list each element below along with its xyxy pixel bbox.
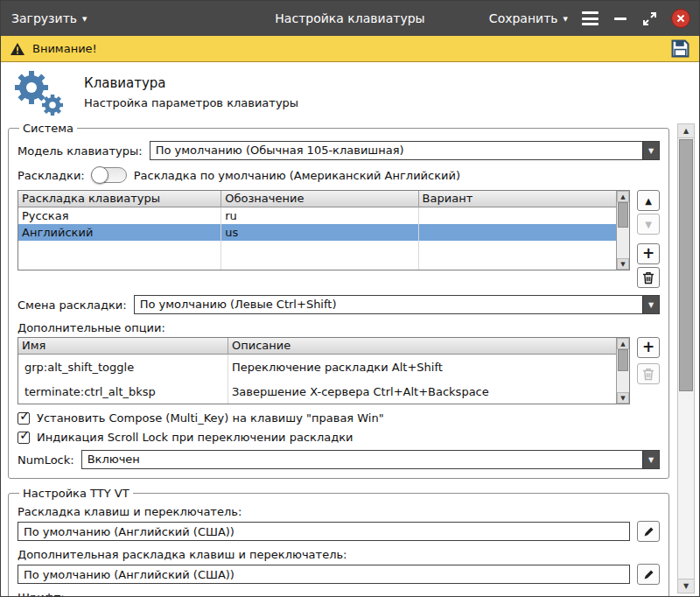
main-scrollbar[interactable]: ▲ ▼: [677, 123, 695, 593]
options-table-scrollbar[interactable]: ▲ ▼: [616, 338, 629, 404]
delete-option-button[interactable]: [637, 363, 660, 384]
quick-save-button[interactable]: [669, 39, 690, 60]
numlock-value: Включен: [82, 451, 642, 468]
save-menu-label: Сохранить: [489, 11, 558, 25]
scrolllock-checkbox-row[interactable]: ✓ Индикация Scroll Lock при переключении…: [18, 431, 660, 444]
check-icon: ✓: [19, 408, 31, 424]
menu-icon[interactable]: [582, 11, 599, 25]
numlock-label: NumLock:: [18, 453, 74, 467]
options-table-section: Имя Описание grp:alt_shift_toggle Перекл…: [18, 337, 660, 404]
save-icon: [671, 39, 690, 58]
chevron-down-icon: ▼: [642, 296, 659, 313]
add-layout-button[interactable]: +: [637, 243, 660, 264]
tty-font-label: Шрифт:: [18, 591, 660, 596]
scrollbar-track[interactable]: [617, 349, 629, 392]
toggle-knob: [91, 166, 108, 184]
minimize-button[interactable]: [613, 11, 627, 26]
app-window: Настройка клавиатуры Загрузить ▼ Сохрани…: [0, 0, 700, 597]
compose-checkbox-row[interactable]: ✓ Установить Compose (Multi_Key) на клав…: [18, 411, 660, 425]
table-row[interactable]: grp:alt_shift_toggle Переключение раскла…: [18, 355, 616, 379]
load-menu-button[interactable]: Загрузить ▼: [11, 11, 87, 25]
trash-icon: [642, 368, 654, 381]
column-header-name: Имя: [18, 338, 228, 355]
table-row[interactable]: terminate:ctrl_alt_bksp Завершение X-сер…: [18, 379, 616, 404]
chevron-down-icon: ▼: [642, 142, 659, 159]
layout-table-section: Раскладка клавиатуры Обозначение Вариант…: [18, 190, 660, 288]
tty-group-legend: Настройка TTY VT: [19, 487, 133, 500]
cell-layout: Русская: [18, 207, 221, 224]
layout-switch-label: Смена раскладки:: [18, 298, 127, 312]
warning-bar: Внимание!: [1, 36, 699, 62]
compose-checkbox[interactable]: ✓: [18, 412, 30, 425]
keyboard-model-select[interactable]: По умолчанию (Обычная 105-клавишная) ▼: [150, 141, 660, 160]
column-header-code: Обозначение: [221, 191, 418, 207]
scrollbar-track[interactable]: [617, 202, 629, 258]
scrollbar-thumb[interactable]: [618, 349, 628, 371]
keyboard-settings-icon: [8, 66, 69, 118]
chevron-down-icon: ▼: [642, 451, 659, 468]
layouts-label: Раскладки:: [18, 169, 85, 182]
scroll-up-icon[interactable]: ▲: [617, 338, 629, 349]
tty-alt-layout-field[interactable]: [18, 565, 630, 584]
titlebar: Настройка клавиатуры Загрузить ▼ Сохрани…: [1, 1, 699, 36]
move-up-button[interactable]: ▲: [637, 190, 660, 211]
delete-layout-button[interactable]: [637, 267, 660, 288]
chevron-down-icon: ▼: [82, 17, 87, 23]
edit-tty-layout-button[interactable]: [637, 521, 660, 542]
table-row-selected[interactable]: Английский us: [18, 224, 616, 241]
page-header: Клавиатура Настройка параметров клавиату…: [1, 63, 699, 120]
keyboard-model-value: По умолчанию (Обычная 105-клавишная): [150, 142, 642, 159]
column-header-description: Описание: [228, 338, 616, 355]
edit-tty-alt-layout-button[interactable]: [637, 564, 660, 585]
scrollbar-thumb[interactable]: [679, 139, 693, 391]
page-subtitle: Настройка параметров клавиатуры: [84, 96, 298, 109]
tty-alt-layout-label: Дополнительная раскладка клавиш и перекл…: [18, 548, 660, 561]
add-option-button[interactable]: +: [637, 337, 660, 358]
scrolllock-checkbox[interactable]: ✓: [18, 432, 30, 444]
cell-code: ru: [221, 207, 418, 224]
move-down-button[interactable]: ▼: [637, 214, 660, 235]
scroll-down-icon[interactable]: ▼: [617, 258, 629, 270]
default-layout-toggle[interactable]: [92, 167, 127, 183]
layout-switch-select[interactable]: По умолчанию (Левые Ctrl+Shift) ▼: [134, 295, 660, 314]
tty-layout-field[interactable]: [18, 522, 630, 541]
options-table-buttons: +: [637, 337, 660, 384]
fullscreen-button[interactable]: [641, 11, 657, 26]
layout-table: Раскладка клавиатуры Обозначение Вариант…: [18, 190, 630, 270]
column-header-layout: Раскладка клавиатуры: [18, 191, 221, 207]
layout-table-header: Раскладка клавиатуры Обозначение Вариант: [18, 191, 616, 207]
options-table: Имя Описание grp:alt_shift_toggle Перекл…: [18, 337, 630, 404]
close-icon: [676, 14, 685, 23]
cell-description: Переключение раскладки Alt+Shift: [228, 355, 616, 379]
pencil-icon: [643, 526, 654, 537]
table-row[interactable]: Русская ru: [18, 207, 616, 224]
layout-table-buttons: ▲ ▼ +: [637, 190, 660, 288]
tty-group: Настройка TTY VT Раскладка клавиш и пере…: [8, 487, 669, 596]
content-area: Система Модель клавиатуры: По умолчанию …: [1, 120, 699, 596]
default-layout-text: Раскладка по умолчанию (Американский Анг…: [134, 169, 460, 182]
close-button[interactable]: [671, 9, 690, 28]
scroll-down-icon[interactable]: ▼: [678, 579, 694, 593]
keyboard-model-label: Модель клавиатуры:: [18, 144, 143, 158]
layout-table-scrollbar[interactable]: ▲ ▼: [616, 191, 629, 270]
warning-icon: [10, 42, 25, 56]
cell-name: grp:alt_shift_toggle: [18, 355, 228, 379]
scroll-up-icon[interactable]: ▲: [617, 191, 629, 202]
system-group: Система Модель клавиатуры: По умолчанию …: [8, 122, 669, 479]
column-header-variant: Вариант: [419, 191, 616, 207]
pencil-icon: [643, 569, 654, 580]
cell-variant: [419, 207, 616, 224]
system-group-legend: Система: [19, 122, 77, 135]
scrollbar-thumb[interactable]: [618, 202, 628, 228]
save-menu-button[interactable]: Сохранить ▼: [489, 11, 568, 25]
cell-code: us: [221, 224, 418, 241]
warning-text: Внимание!: [32, 42, 97, 55]
compose-checkbox-label: Установить Compose (Multi_Key) на клавиш…: [37, 411, 384, 425]
cell-variant: [419, 224, 616, 241]
scroll-down-icon[interactable]: ▼: [617, 392, 629, 404]
numlock-select[interactable]: Включен ▼: [81, 450, 660, 469]
scroll-up-icon[interactable]: ▲: [678, 124, 694, 138]
scrolllock-checkbox-label: Индикация Scroll Lock при переключении р…: [37, 431, 353, 444]
layout-switch-value: По умолчанию (Левые Ctrl+Shift): [135, 296, 642, 313]
table-empty-area: [18, 241, 616, 270]
